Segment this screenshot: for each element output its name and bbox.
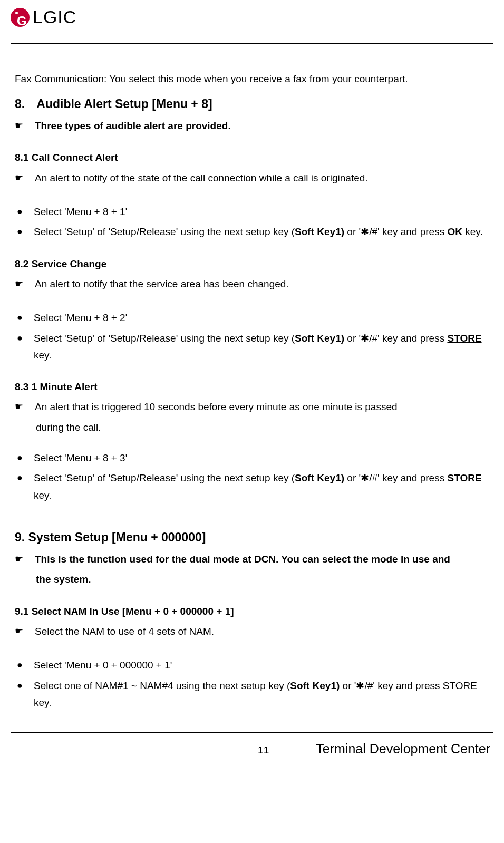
- section-8-intro: Three types of audible alert are provide…: [35, 118, 493, 134]
- page-footer: 11 Terminal Development Center: [11, 738, 493, 766]
- bullet-icon: ●: [15, 204, 34, 220]
- soft-key-label: Soft Key1): [295, 472, 344, 483]
- text-fragment: Select one of NAM#1 ~ NAM#4 using the ne…: [34, 680, 290, 691]
- text-fragment: or '✱/#' key and press: [344, 226, 447, 237]
- text-fragment: Select 'Setup' of 'Setup/Release' using …: [34, 226, 295, 237]
- section-8-3-desc: An alert that is triggered 10 seconds be…: [35, 399, 493, 415]
- bullet-icon: ●: [15, 224, 34, 240]
- text-fragment: or '✱/#' key and press: [344, 333, 447, 344]
- section-8-1-desc: An alert to notify of the state of the c…: [35, 170, 493, 187]
- section-8-3-step1: Select 'Menu + 8 + 3': [34, 450, 493, 467]
- document-body: Fax Communication: You select this mode …: [11, 71, 493, 711]
- soft-key-label: Soft Key1): [290, 680, 340, 691]
- section-8-3-step2: Select 'Setup' of 'Setup/Release' using …: [34, 470, 493, 504]
- text-line: This is the function used for the dual m…: [35, 554, 450, 565]
- footer-center-name: Terminal Development Center: [316, 738, 490, 760]
- pointer-icon: ☛: [15, 399, 35, 415]
- section-9-1-desc: Select the NAM to use of 4 sets of NAM.: [35, 623, 493, 640]
- section-8-2-step1: Select 'Menu + 8 + 2': [34, 309, 493, 326]
- text-fragment: key.: [34, 490, 51, 501]
- text-fragment: key.: [34, 350, 51, 361]
- section-8-1-step1: Select 'Menu + 8 + 1': [34, 204, 493, 220]
- section-8-3-title: 8.3 1 Minute Alert: [15, 379, 493, 395]
- text-line: An alert that is triggered 10 seconds be…: [35, 401, 398, 412]
- section-8-1-step2: Select 'Setup' of 'Setup/Release' using …: [34, 224, 493, 240]
- header-rule: [11, 43, 493, 44]
- text-fragment: key.: [462, 226, 483, 237]
- section-8-3-desc-cont: during the call.: [15, 419, 493, 436]
- ok-key-label: OK: [447, 226, 462, 237]
- pointer-icon: ☛: [15, 118, 35, 134]
- page-header: G LGIC: [11, 0, 493, 41]
- brand-name: LGIC: [33, 2, 76, 33]
- pointer-icon: ☛: [15, 276, 35, 293]
- soft-key-label: Soft Key1): [295, 226, 344, 237]
- bullet-icon: ●: [15, 450, 34, 467]
- section-9-1-step1: Select 'Menu + 0 + 000000 + 1': [34, 657, 493, 674]
- section-8-1-title: 8.1 Call Connect Alert: [15, 149, 493, 166]
- bullet-icon: ●: [15, 657, 34, 674]
- footer-rule: [11, 732, 493, 733]
- pointer-icon: ☛: [15, 551, 35, 568]
- bullet-icon: ●: [15, 470, 34, 504]
- section-8-title: 8. Audible Alert Setup [Menu + 8]: [15, 94, 493, 114]
- section-9-intro: This is the function used for the dual m…: [35, 551, 493, 568]
- page-number: 11: [258, 742, 269, 759]
- text-fragment: Select 'Setup' of 'Setup/Release' using …: [34, 472, 295, 483]
- bullet-icon: ●: [15, 330, 34, 364]
- soft-key-label: Soft Key1): [295, 333, 344, 344]
- pointer-icon: ☛: [15, 623, 35, 640]
- fax-line: Fax Communication: You select this mode …: [15, 71, 493, 88]
- pointer-icon: ☛: [15, 170, 35, 187]
- bullet-icon: ●: [15, 309, 34, 326]
- section-9-1-title: 9.1 Select NAM in Use [Menu + 0 + 000000…: [15, 603, 493, 620]
- section-9-title: 9. System Setup [Menu + 000000]: [15, 527, 493, 548]
- lg-logo-icon: G: [11, 8, 30, 27]
- section-8-2-title: 8.2 Service Change: [15, 256, 493, 273]
- text-fragment: or '✱/#' key and press: [344, 472, 447, 483]
- store-key-label: STORE: [447, 333, 481, 344]
- section-8-2-desc: An alert to notify that the service area…: [35, 276, 493, 293]
- section-9-1-step2: Select one of NAM#1 ~ NAM#4 using the ne…: [34, 677, 493, 712]
- bullet-icon: ●: [15, 677, 34, 712]
- section-9-intro-cont: the system.: [15, 571, 493, 588]
- text-fragment: Select 'Setup' of 'Setup/Release' using …: [34, 333, 295, 344]
- section-8-2-step2: Select 'Setup' of 'Setup/Release' using …: [34, 330, 493, 364]
- store-key-label: STORE: [447, 472, 481, 483]
